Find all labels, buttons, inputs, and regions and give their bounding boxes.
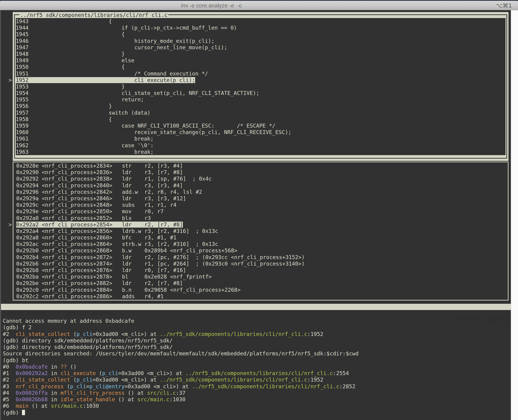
disassembly-lines: 0x2928e <nrf_cli_process+2834> str r2, […: [14, 163, 508, 300]
source-line: 1961 break;: [16, 135, 505, 142]
disasm-line: 0x292a8 <nrf_cli_process+2860> bfc r3, #…: [14, 234, 508, 241]
source-line: 1947 cursor_next_line_move(p_cli);: [16, 44, 505, 51]
console-prompt-line[interactable]: (gdb): [3, 409, 510, 416]
status-thread-info: remote Thread 1 In: nrf_cli_process: [3, 310, 115, 316]
source-line: 1957 switch (data): [16, 110, 505, 116]
disasm-line: 0x29290 <nrf_cli_process+2836> ldr r3, […: [14, 169, 508, 175]
disasm-line: 0x29296 <nrf_cli_process+2842> add.w r2,…: [14, 189, 508, 195]
disasm-line: 0x292c2 <nrf_cli_process+2886> adds r4, …: [14, 293, 508, 300]
console-line: Cannot access memory at address 0xbadcaf…: [3, 318, 510, 324]
disasm-line-current: 0x292a2 <nrf_cli_process+2854> ldr r2, […: [14, 221, 508, 228]
disasm-line: 0x2929a <nrf_cli_process+2846> ldr r3, […: [14, 195, 508, 202]
source-code-lines: 1943 {1944 if (p_cli->p_ctx->cmd_buff_le…: [16, 18, 505, 155]
console-line: #3 nrf_cli_process (p_cli=p_cli@entry=0x…: [3, 383, 510, 390]
console-line: #2 cli_state_collect (p_cli=0x3ad00 <m_c…: [3, 331, 510, 337]
disasm-line: 0x2929c <nrf_cli_process+2848> subs r1, …: [14, 202, 508, 208]
source-line: 1959 case NRF_CLI_VT100_ASCII_ESC: /* ES…: [16, 122, 505, 129]
disasm-line: 0x292b0 <nrf_cli_process+2868> b.w 0x289…: [14, 247, 508, 254]
source-line: 1945 {: [16, 31, 505, 38]
console-line: (gdb) directory sdk/embedded/platforms/n…: [3, 344, 510, 350]
source-line: 1944 if (p_cli->p_ctx->cmd_buff_len == 0…: [16, 24, 505, 31]
window-title: inv -e core.analyze -e -c: [181, 2, 242, 9]
disasm-line: 0x29292 <nrf_cli_process+2838> ldr r1, […: [14, 175, 508, 182]
console-line: #2 cli_state_collect (p_cli=0x3ad00 <m_c…: [3, 376, 510, 383]
source-line-current: 1952 cli_execute(p_cli);: [16, 77, 505, 83]
gdb-status-bar: remote Thread 1 In: nrf_cli_process L195…: [1, 304, 511, 310]
disasm-line: 0x292b6 <nrf_cli_process+2874> ldr r1, […: [14, 261, 508, 267]
source-line: 1960 receive_state_change(p_cli, NRF_CLI…: [16, 129, 505, 135]
current-instruction-marker: >: [8, 221, 13, 228]
window-titlebar[interactable]: inv -e core.analyze -e -c ⌥⌘1: [0, 0, 518, 10]
disasm-line: 0x292c0 <nrf_cli_process+2884> b.n 0x290…: [14, 287, 508, 293]
disasm-line: 0x2929e <nrf_cli_process+2850> mov r0, r…: [14, 208, 508, 215]
disasm-line: 0x292a4 <nrf_cli_process+2856> ldrb.w r3…: [14, 228, 508, 234]
disassembly-window: 0x2928e <nrf_cli_process+2834> str r2, […: [13, 162, 509, 300]
console-line: #5 0x00026b68 in idle_state_handle () at…: [3, 396, 510, 403]
terminal-window: inv -e core.analyze -e -c ⌥⌘1 ../nrf5_sd…: [0, 0, 518, 420]
console-line: (gdb) bt: [3, 357, 510, 363]
disasm-line: 0x292ba <nrf_cli_process+2878> bl 0x2e02…: [14, 273, 508, 280]
source-line: 1948 }: [16, 51, 505, 57]
console-line: (gdb) directory sdk/embedded/platforms/n…: [3, 337, 510, 344]
console-line: Source directories searched: /Users/tyle…: [3, 350, 510, 357]
gdb-console[interactable]: Cannot access memory at address 0xbadcaf…: [3, 318, 510, 416]
source-line: 1955 return;: [16, 96, 505, 103]
console-line: (gdb) f 2: [3, 324, 510, 331]
console-line: #1 0x000292a2 in cli_execute (p_cli=0x3a…: [3, 370, 510, 376]
source-line: 1962 case '\0':: [16, 142, 505, 149]
terminal-cursor[interactable]: [22, 410, 25, 415]
current-source-line-marker: >: [8, 77, 13, 83]
disasm-line: 0x292b4 <nrf_cli_process+2872> ldr r2, […: [14, 254, 508, 261]
window-left-edge: [0, 10, 1, 420]
source-line: 1943 {: [16, 18, 505, 24]
source-window: ../nrf5_sdk/components/libraries/cli/nrf…: [13, 12, 509, 161]
tab-shortcut-badge: ⌥⌘1: [496, 2, 512, 9]
source-line: 1953 }: [16, 83, 505, 90]
source-line: 1949 else: [16, 57, 505, 64]
source-line: 1946 history_mode_exit(p_cli);: [16, 38, 505, 44]
source-window-title: ../nrf5_sdk/components/libraries/cli/nrf…: [19, 12, 168, 18]
source-line: 1950 {: [16, 64, 505, 70]
source-line: 1958 {: [16, 116, 505, 122]
console-line: #0 0x0badcafe in ?? (): [3, 363, 510, 370]
disasm-line: 0x292b8 <nrf_cli_process+2876> ldr r0, […: [14, 267, 508, 273]
disasm-line: 0x292a0 <nrf_cli_process+2852> blx r3: [14, 215, 508, 221]
source-line: 1963 break;: [16, 149, 505, 155]
console-line: #4 0x00026ffa in mflt_cli_try_process ()…: [3, 390, 510, 396]
disasm-line: 0x292be <nrf_cli_process+2882> ldr r2, […: [14, 280, 508, 286]
scrollbar-track[interactable]: [511, 10, 518, 420]
source-line: 1954 cli_state_set(p_cli, NRF_CLI_STATE_…: [16, 90, 505, 96]
source-line: 1956 }: [16, 103, 505, 109]
console-line: #6 main () at src/main.c:1030: [3, 403, 510, 409]
disasm-line: 0x2928e <nrf_cli_process+2834> str r2, […: [14, 163, 508, 169]
terminal-content: ../nrf5_sdk/components/libraries/cli/nrf…: [0, 10, 518, 420]
source-line: 1951 /* Command execution */: [16, 70, 505, 77]
disasm-line: 0x29294 <nrf_cli_process+2840> ldr r3, […: [14, 182, 508, 189]
disasm-line: 0x292ac <nrf_cli_process+2864> strb.w r3…: [14, 241, 508, 247]
